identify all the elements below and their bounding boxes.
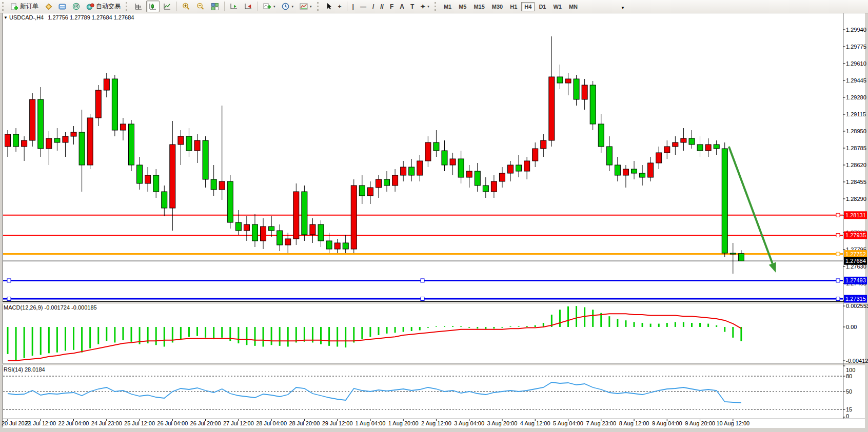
candle-body [186,136,192,151]
candle-body [211,179,216,190]
text-icon: A [400,4,404,10]
vertical-line-tool-button[interactable]: | [350,1,357,12]
timeframe-button-W1[interactable]: W1 [550,2,565,11]
chevron-down-icon[interactable]: ▾ [273,5,275,9]
toolbar-separator [224,2,225,11]
axis-label: 1.27752 [845,251,866,257]
axis-label: 26 Jul 04:00 [157,420,188,426]
candle-body [590,85,596,124]
candle-body [458,159,464,177]
chart-bars-button[interactable] [132,1,145,12]
autotrading-button[interactable]: 自动交易 [84,1,123,12]
indicators-button[interactable]: ▾ [261,1,278,12]
candle-body [302,192,307,235]
chevron-down-icon[interactable]: ▾ [310,5,312,9]
axis-label: 1.27684 [845,258,866,264]
templates-button[interactable]: ▾ [297,1,314,12]
strategy-tester-button[interactable] [70,1,83,12]
toolbar-grip[interactable] [435,2,437,11]
axis-label: 1.29610 [846,60,866,67]
line-anchor-handle[interactable] [836,213,840,217]
timeframe-button-H1[interactable]: H1 [507,2,520,11]
selection-handle[interactable] [7,279,11,282]
toolbar-overflow-arrow[interactable]: ▼ [621,6,625,10]
axis-label: 80 [846,373,852,379]
chevron-down-icon[interactable]: ▾ [292,5,294,9]
zoom-in-button[interactable] [180,1,193,12]
tile-windows-icon [211,3,219,10]
axis-label: 8 Aug 12:00 [619,420,649,426]
toolbar-grip[interactable] [126,2,128,11]
timeframe-button-M30[interactable]: M30 [489,2,506,11]
chart-canvas[interactable]: 1.299401.297751.296101.294451.292801.291… [0,0,868,432]
timeframe-button-M1[interactable]: M1 [441,2,455,11]
axis-label: 10 Aug 12:00 [716,420,749,426]
axis-label: 1.27315 [845,296,866,302]
candle-body [71,132,76,136]
line-anchor-handle[interactable] [836,234,840,237]
terminal-button[interactable] [56,1,69,12]
selection-handle[interactable] [7,297,11,301]
candle-body [681,138,686,142]
fibonacci-tool-button[interactable]: F [387,1,396,12]
symbol-dropdown-icon[interactable]: ▼ [4,15,8,20]
trendline-tool-button[interactable]: / [370,1,377,12]
toolbar-separator [258,2,258,11]
line-anchor-handle[interactable] [836,252,840,256]
cursor-tool-button[interactable] [323,1,334,12]
chart-candles-button[interactable] [146,1,160,12]
candle-body [689,138,695,145]
candle-body [433,142,439,151]
timeframe-button-MN[interactable]: MN [566,2,581,11]
candle-body [673,142,678,147]
timeframe-button-M15[interactable]: M15 [470,2,487,11]
pane-splitter[interactable] [3,302,865,304]
candle-body [326,241,332,249]
axis-label: 3 Aug 04:00 [454,420,484,426]
selection-handle[interactable] [421,279,424,282]
symbol-info-bar[interactable]: ▼ USDCAD-,H41.27756 1.27789 1.27684 1.27… [4,14,134,20]
axis-label: 26 Jul 20:00 [190,420,221,426]
text-label-tool-button[interactable]: T [408,1,417,12]
shapes-icon: ✦ [420,4,425,10]
shapes-tool-button[interactable]: ✦▾ [418,1,432,12]
pane-splitter[interactable] [3,364,865,365]
candle-body [38,99,44,149]
axis-label: 21 Jul 12:00 [25,420,56,426]
candle-body [87,118,93,165]
line-anchor-handle[interactable] [836,297,840,301]
text-tool-button[interactable]: A [397,1,407,12]
chevron-down-icon[interactable]: ▾ [427,5,429,9]
timeframe-button-M5[interactable]: M5 [456,2,469,11]
candle-body [244,224,249,231]
timeframe-button-D1[interactable]: D1 [536,2,549,11]
selection-handle[interactable] [421,297,424,301]
channel-tool-button[interactable]: // [378,1,386,12]
toolbar-grip[interactable] [2,2,5,11]
chart-line-button[interactable] [161,1,174,12]
axis-label: 1.29115 [846,111,866,117]
candle-body [483,186,488,192]
candle-body [203,140,208,179]
candle-body [128,124,134,165]
candle-body [392,175,398,186]
new-order-button[interactable]: 新订单 [8,1,41,12]
market-watch-button[interactable] [42,1,55,12]
candle-body [120,124,126,130]
horizontal-line-tool-button[interactable]: — [358,1,369,12]
autoscroll-button[interactable] [227,1,241,12]
line-anchor-handle[interactable] [836,279,840,282]
axis-label: 28 Jul 20:00 [289,420,320,426]
timeframe-toolbar: M1M5M15M30H1H4D1W1MN [440,2,581,11]
toolbar-grip[interactable] [317,2,320,11]
chart-shift-button[interactable] [242,1,255,12]
candle-body [409,167,415,175]
timeframe-button-H4[interactable]: H4 [521,2,535,11]
candle-body [219,181,225,190]
axis-label: 4 Aug 12:00 [520,420,550,426]
periods-button[interactable]: ▾ [279,1,297,12]
crosshair-tool-button[interactable]: + [336,1,344,12]
tile-windows-button[interactable] [208,1,222,12]
axis-label: 2 Aug 12:00 [421,420,451,426]
zoom-out-button[interactable] [194,1,207,12]
